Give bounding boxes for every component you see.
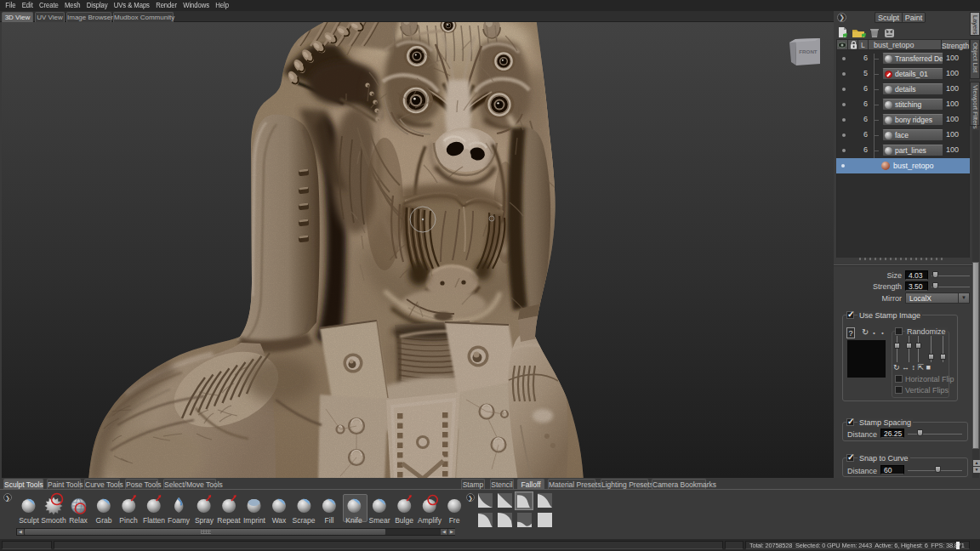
- svg-text:FRONT: FRONT: [799, 48, 818, 54]
